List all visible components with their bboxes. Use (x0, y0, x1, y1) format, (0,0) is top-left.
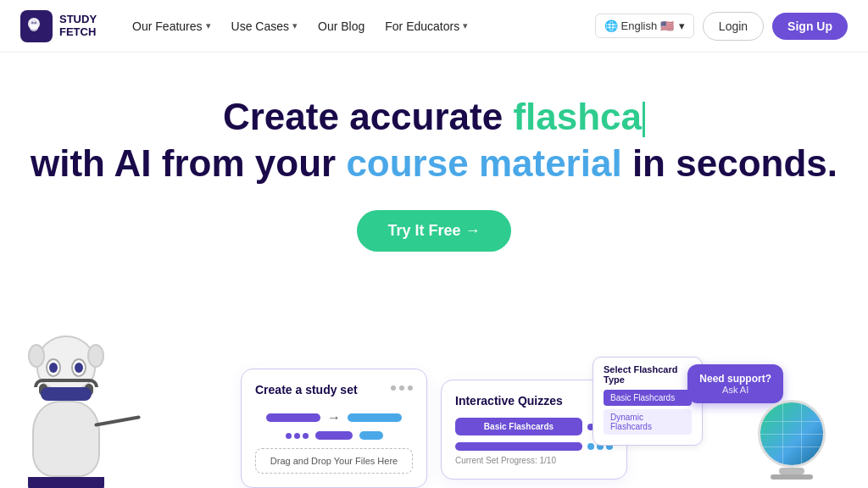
create-study-set-card: Create a study set → (241, 369, 427, 488)
svg-point-4 (30, 21, 33, 26)
mascot-eyes (46, 358, 86, 377)
quiz-row-2 (455, 442, 613, 451)
card1-dots (391, 385, 413, 391)
dot (391, 385, 396, 391)
headline-pre: Create accurate (223, 96, 513, 137)
bar-dest (348, 413, 402, 422)
globe-lines (760, 402, 823, 465)
support-line2: Ask AI (699, 385, 771, 395)
fct-option-dynamic[interactable]: Dynamic Flashcards (604, 409, 692, 435)
nav-links: Our Features ▾ Use Cases ▾ Our Blog For … (124, 14, 476, 38)
mascot-body (32, 401, 100, 477)
globe (758, 400, 826, 468)
svg-point-5 (35, 21, 38, 26)
logo-line2: FETCH (59, 26, 97, 38)
hero-section: Create accurate flashca with AI from you… (0, 53, 868, 272)
logo-svg (25, 15, 47, 37)
globe-line (760, 446, 823, 447)
signup-button[interactable]: Sign Up (772, 13, 848, 40)
globe-area (758, 400, 826, 480)
flashcard-type-card: Select Flashcard Type Basic Flashcards D… (593, 357, 703, 446)
navbar: STUDY FETCH Our Features ▾ Use Cases ▾ O… (0, 0, 868, 53)
language-selector[interactable]: 🌐 English 🇺🇸 ▾ (595, 14, 694, 38)
quiz-progress: Current Set Progress: 1/10 (455, 456, 613, 465)
nav-left: STUDY FETCH Our Features ▾ Use Cases ▾ O… (20, 10, 476, 42)
dot-purple (286, 433, 292, 439)
headline-end: in seconds. (622, 142, 837, 184)
chevron-down-icon: ▾ (463, 20, 468, 31)
nav-use-cases[interactable]: Use Cases ▾ (223, 14, 306, 38)
globe-line (760, 421, 823, 422)
mascot-eye-left (46, 358, 61, 377)
mascot-ear-left (28, 344, 45, 368)
nav-right: 🌐 English 🇺🇸 ▾ Login Sign Up (595, 12, 848, 41)
drag-drop-area[interactable]: Drag and Drop Your Files Here (255, 448, 413, 474)
card2-title: Interactive Quizzes (455, 394, 613, 408)
globe-vert-line (801, 402, 802, 465)
globe-base (771, 474, 813, 480)
support-bubble[interactable]: Need support? Ask AI (687, 364, 783, 403)
mascot-eye-right (71, 358, 86, 377)
pupil-right (75, 363, 83, 373)
globe-stand (779, 468, 804, 474)
login-button[interactable]: Login (703, 12, 764, 41)
arrow-icon: → (327, 410, 341, 425)
card1-title: Create a study set (255, 383, 358, 396)
chevron-down-icon: ▾ (292, 20, 298, 31)
nav-our-features[interactable]: Our Features ▾ (124, 14, 219, 38)
file-rows: → (255, 410, 413, 440)
quiz-btn-basic[interactable]: Basic Flashcards (455, 418, 582, 435)
logo-text: STUDY FETCH (59, 14, 97, 38)
quiz-bar-purple (455, 442, 582, 451)
mascot-pointer (94, 415, 141, 426)
pupil-left (49, 363, 58, 373)
text-cursor (643, 102, 645, 137)
bar-mid (315, 431, 353, 440)
dots-row (286, 433, 309, 439)
globe-vert-line (782, 402, 783, 465)
bar-sm (359, 431, 383, 440)
cta-button[interactable]: Try It Free → (357, 210, 510, 252)
logo-icon (20, 10, 53, 42)
dot (399, 385, 404, 391)
fct-option-basic[interactable]: Basic Flashcards (604, 390, 692, 406)
logo-line1: STUDY (59, 14, 97, 25)
right-side-area: Select Flashcard Type Basic Flashcards D… (614, 319, 851, 488)
file-row-2 (286, 431, 383, 440)
chevron-down-icon: ▾ (679, 19, 685, 32)
illustration-area: Create a study set → (0, 319, 868, 488)
quiz-options: Basic Flashcards (455, 418, 613, 451)
fct-title: Select Flashcard Type (604, 364, 692, 385)
headline-post: with AI from your (31, 142, 346, 184)
headline-blue: course material (346, 142, 621, 184)
mascot-base (28, 477, 104, 488)
language-label: 🌐 English 🇺🇸 (604, 19, 674, 32)
mascot-ear-right (87, 344, 104, 368)
cards-area: Create a study set → (241, 369, 627, 488)
quiz-dot-blue (587, 443, 594, 450)
nav-for-educators[interactable]: For Educators ▾ (376, 14, 476, 38)
globe-line (760, 434, 823, 435)
mascot-collar (41, 387, 92, 401)
dot-purple (303, 433, 309, 439)
mascot-robot (15, 336, 117, 488)
nav-our-blog[interactable]: Our Blog (309, 14, 373, 38)
support-line1: Need support? (699, 373, 771, 385)
headline-green: flashca (513, 96, 642, 137)
dot-purple (294, 433, 300, 439)
chevron-down-icon: ▾ (206, 20, 211, 31)
hero-headline: Create accurate flashca with AI from you… (17, 93, 851, 186)
file-row-1: → (266, 410, 402, 425)
quiz-row-1: Basic Flashcards (455, 418, 613, 435)
bar-source (266, 413, 320, 422)
logo[interactable]: STUDY FETCH (20, 10, 97, 42)
dot (408, 385, 413, 391)
